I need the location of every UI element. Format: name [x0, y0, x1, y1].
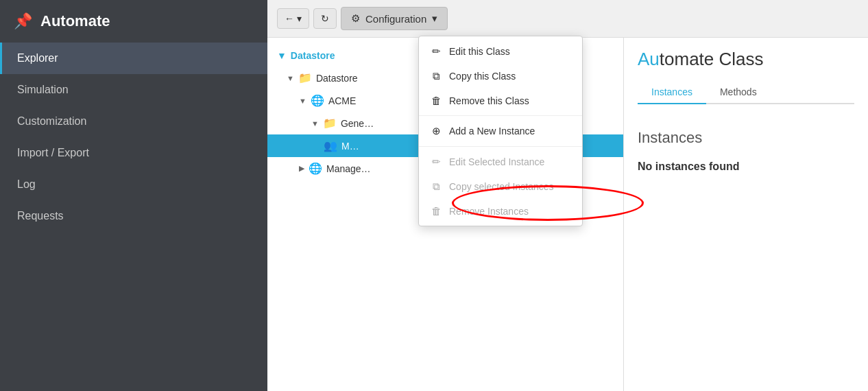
- detail-tabs: Instances Methods: [638, 81, 854, 104]
- tree-label: Datastore: [316, 73, 358, 84]
- edit-icon: ✏: [430, 45, 442, 58]
- dropdown-copy-class[interactable]: ⧉ Copy this Class: [419, 64, 582, 88]
- chevron-icon: ▼: [311, 119, 319, 128]
- sidebar-item-import-export[interactable]: Import / Export: [0, 137, 267, 169]
- configuration-dropdown: ✏ Edit this Class ⧉ Copy this Class 🗑 Re…: [418, 36, 583, 226]
- edit-selected-icon: ✏: [430, 156, 442, 168]
- toolbar: ← ▾ ↻ ⚙ Configuration ▾ ✏ Edit this Clas…: [267, 0, 868, 38]
- chevron-icon: ▼: [287, 74, 294, 82]
- copy-icon: ⧉: [430, 70, 442, 82]
- pin-icon: 📌: [14, 12, 32, 30]
- dropdown-divider-1: [419, 115, 582, 116]
- section-label: Datastore: [291, 50, 335, 61]
- title-prefix: Au: [638, 49, 660, 69]
- configuration-button[interactable]: ⚙ Configuration ▾: [341, 7, 448, 30]
- dropdown-divider-2: [419, 146, 582, 147]
- sidebar-item-customization[interactable]: Customization: [0, 106, 267, 137]
- no-instances-message: Instances No instances found: [638, 115, 854, 187]
- sidebar-item-simulation[interactable]: Simulation: [0, 74, 267, 106]
- refresh-button[interactable]: ↻: [313, 8, 337, 29]
- instances-heading: Instances: [638, 129, 854, 147]
- config-label: Configuration: [365, 13, 426, 25]
- folder-icon: 📁: [323, 117, 337, 130]
- users-icon: 👥: [324, 139, 337, 152]
- back-button[interactable]: ← ▾: [277, 8, 309, 29]
- dropdown-remove-class[interactable]: 🗑 Remove this Class: [419, 88, 582, 112]
- copy-selected-icon: ⧉: [430, 180, 442, 193]
- section-chevron: ▼: [277, 50, 287, 61]
- sidebar: 📌 Automate Explorer Simulation Customiza…: [0, 0, 267, 391]
- sidebar-title: Automate: [40, 12, 110, 30]
- sidebar-header: 📌 Automate: [0, 0, 267, 43]
- dropdown-arrow: ▾: [297, 13, 302, 24]
- trash-icon: 🗑: [430, 95, 442, 106]
- sidebar-nav: Explorer Simulation Customization Import…: [0, 43, 267, 232]
- sidebar-item-requests[interactable]: Requests: [0, 200, 267, 232]
- dropdown-copy-selected: ⧉ Copy selected Instances: [419, 174, 582, 199]
- detail-panel: Automate Class Instances Methods Instanc…: [624, 38, 868, 391]
- sidebar-item-log[interactable]: Log: [0, 169, 267, 200]
- dropdown-remove-instances: 🗑 Remove Instances: [419, 199, 582, 223]
- globe-icon: 🌐: [309, 162, 322, 175]
- tab-instances[interactable]: Instances: [638, 81, 706, 104]
- tab-methods[interactable]: Methods: [706, 81, 771, 104]
- sidebar-item-explorer[interactable]: Explorer: [0, 43, 267, 74]
- add-icon: ⊕: [430, 125, 442, 137]
- globe-icon: 🌐: [311, 94, 324, 107]
- back-icon: ←: [285, 13, 294, 24]
- folder-icon: 📁: [298, 71, 312, 84]
- detail-title: Automate Class: [638, 49, 854, 70]
- chevron-icon: ▼: [299, 97, 306, 105]
- refresh-icon: ↻: [321, 13, 329, 24]
- gear-icon: ⚙: [351, 12, 360, 25]
- config-chevron: ▾: [432, 12, 437, 25]
- dropdown-add-instance[interactable]: ⊕ Add a New Instance: [419, 119, 582, 143]
- dropdown-edit-class[interactable]: ✏ Edit this Class: [419, 39, 582, 64]
- trash-selected-icon: 🗑: [430, 205, 442, 217]
- tree-label: ACME: [328, 95, 356, 106]
- tree-label: Manage…: [326, 163, 371, 174]
- chevron-icon: ▶: [299, 164, 304, 173]
- title-suffix: tomate Class: [660, 49, 764, 69]
- tree-label: Gene…: [341, 118, 374, 129]
- tree-label: M…: [341, 141, 359, 152]
- dropdown-edit-selected: ✏ Edit Selected Instance: [419, 150, 582, 174]
- main-area: ← ▾ ↻ ⚙ Configuration ▾ ✏ Edit this Clas…: [267, 0, 868, 391]
